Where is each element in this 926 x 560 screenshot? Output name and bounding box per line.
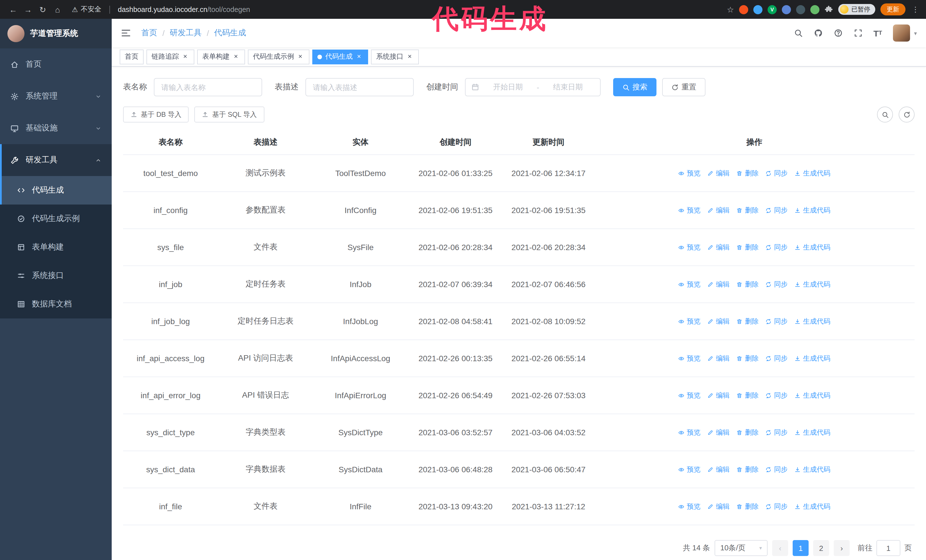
import-db-button[interactable]: 基于 DB 导入: [123, 107, 189, 122]
extension-icon-1[interactable]: [739, 5, 748, 14]
action-eye[interactable]: 预览: [678, 391, 701, 400]
action-sync[interactable]: 同步: [765, 427, 788, 437]
action-sync[interactable]: 同步: [765, 465, 788, 474]
breadcrumb-item-2[interactable]: 代码生成: [214, 28, 246, 38]
action-pencil[interactable]: 编辑: [707, 427, 729, 437]
action-download[interactable]: 生成代码: [794, 391, 830, 400]
home-icon[interactable]: ⌂: [51, 3, 64, 16]
profile-paused-badge[interactable]: 已暂停: [838, 4, 875, 15]
search-button[interactable]: 搜索: [613, 78, 657, 96]
tab-5[interactable]: 系统接口×: [371, 49, 419, 64]
action-pencil[interactable]: 编辑: [707, 391, 729, 400]
close-icon[interactable]: ×: [406, 53, 414, 61]
next-page-button[interactable]: ›: [834, 540, 850, 556]
extensions-puzzle-icon[interactable]: [825, 5, 833, 14]
prev-page-button[interactable]: ‹: [772, 540, 788, 556]
extension-icon-4[interactable]: [782, 5, 791, 14]
action-eye[interactable]: 预览: [678, 502, 701, 511]
tab-2[interactable]: 表单构建×: [197, 49, 245, 64]
action-download[interactable]: 生成代码: [794, 279, 830, 289]
sidebar-subitem-4[interactable]: 数据库文档: [0, 290, 112, 318]
action-download[interactable]: 生成代码: [794, 168, 830, 178]
sidebar-item-3[interactable]: 研发工具: [0, 144, 112, 176]
table-desc-input[interactable]: [306, 78, 414, 96]
goto-page-input[interactable]: [876, 540, 900, 556]
action-pencil[interactable]: 编辑: [707, 465, 729, 474]
action-eye[interactable]: 预览: [678, 242, 701, 252]
action-download[interactable]: 生成代码: [794, 465, 830, 474]
reload-icon[interactable]: ↻: [36, 3, 49, 16]
reset-button[interactable]: 重置: [662, 78, 705, 96]
action-eye[interactable]: 预览: [678, 465, 701, 474]
github-icon[interactable]: [814, 29, 823, 38]
action-sync[interactable]: 同步: [765, 391, 788, 400]
menu-dots-icon[interactable]: ⋮: [912, 5, 919, 14]
action-download[interactable]: 生成代码: [794, 317, 830, 326]
action-eye[interactable]: 预览: [678, 168, 701, 178]
action-download[interactable]: 生成代码: [794, 427, 830, 437]
hamburger-icon[interactable]: [121, 28, 131, 38]
action-sync[interactable]: 同步: [765, 502, 788, 511]
font-size-icon[interactable]: TT: [873, 29, 882, 37]
toggle-search-button[interactable]: [877, 107, 893, 122]
address-bar[interactable]: dashboard.yudao.iocoder.cn/tool/codegen: [118, 5, 250, 14]
action-download[interactable]: 生成代码: [794, 353, 830, 363]
page-size-select[interactable]: 10条/页 ▾: [714, 540, 767, 556]
action-download[interactable]: 生成代码: [794, 205, 830, 215]
action-sync[interactable]: 同步: [765, 317, 788, 326]
update-button[interactable]: 更新: [881, 3, 905, 15]
sidebar-subitem-1[interactable]: 代码生成示例: [0, 205, 112, 233]
action-trash[interactable]: 删除: [736, 242, 758, 252]
import-sql-button[interactable]: 基于 SQL 导入: [195, 107, 264, 122]
action-download[interactable]: 生成代码: [794, 242, 830, 252]
action-pencil[interactable]: 编辑: [707, 502, 729, 511]
tab-4[interactable]: 代码生成×: [312, 49, 368, 64]
date-range-picker[interactable]: 开始日期 - 结束日期: [465, 78, 601, 96]
action-eye[interactable]: 预览: [678, 205, 701, 215]
extension-icon-3[interactable]: V: [767, 5, 777, 14]
close-icon[interactable]: ×: [296, 53, 304, 61]
sidebar-item-1[interactable]: 系统管理: [0, 80, 112, 112]
action-sync[interactable]: 同步: [765, 168, 788, 178]
page-button-1[interactable]: 1: [793, 540, 809, 556]
action-pencil[interactable]: 编辑: [707, 279, 729, 289]
action-trash[interactable]: 删除: [736, 353, 758, 363]
refresh-table-button[interactable]: [899, 107, 915, 122]
action-pencil[interactable]: 编辑: [707, 317, 729, 326]
action-sync[interactable]: 同步: [765, 205, 788, 215]
sidebar-subitem-0[interactable]: 代码生成: [0, 176, 112, 205]
action-trash[interactable]: 删除: [736, 391, 758, 400]
security-warning[interactable]: ⚠ 不安全: [72, 5, 101, 14]
forward-icon[interactable]: →: [22, 3, 34, 16]
logo[interactable]: 芋道管理系统: [0, 19, 112, 48]
action-pencil[interactable]: 编辑: [707, 353, 729, 363]
action-sync[interactable]: 同步: [765, 279, 788, 289]
tab-3[interactable]: 代码生成示例×: [248, 49, 309, 64]
extension-icon-2[interactable]: [754, 5, 763, 14]
tab-0[interactable]: 首页: [120, 49, 144, 64]
action-pencil[interactable]: 编辑: [707, 168, 729, 178]
action-trash[interactable]: 删除: [736, 502, 758, 511]
extension-icon-5[interactable]: [796, 5, 805, 14]
user-menu[interactable]: ▾: [893, 24, 917, 42]
tab-1[interactable]: 链路追踪×: [147, 49, 194, 64]
action-trash[interactable]: 删除: [736, 279, 758, 289]
extension-icon-6[interactable]: [810, 5, 819, 14]
action-pencil[interactable]: 编辑: [707, 242, 729, 252]
bookmark-star-icon[interactable]: ☆: [727, 5, 734, 14]
close-icon[interactable]: ×: [355, 53, 363, 61]
close-icon[interactable]: ×: [181, 53, 189, 61]
page-button-2[interactable]: 2: [813, 540, 829, 556]
action-eye[interactable]: 预览: [678, 317, 701, 326]
fullscreen-icon[interactable]: [853, 29, 862, 38]
table-name-input[interactable]: [154, 78, 262, 96]
help-icon[interactable]: [834, 29, 843, 38]
search-icon[interactable]: [793, 29, 803, 38]
action-trash[interactable]: 删除: [736, 465, 758, 474]
sidebar-item-0[interactable]: 首页: [0, 48, 112, 80]
action-eye[interactable]: 预览: [678, 353, 701, 363]
action-download[interactable]: 生成代码: [794, 502, 830, 511]
action-trash[interactable]: 删除: [736, 168, 758, 178]
sidebar-subitem-3[interactable]: 系统接口: [0, 261, 112, 290]
breadcrumb-item-0[interactable]: 首页: [141, 28, 157, 38]
